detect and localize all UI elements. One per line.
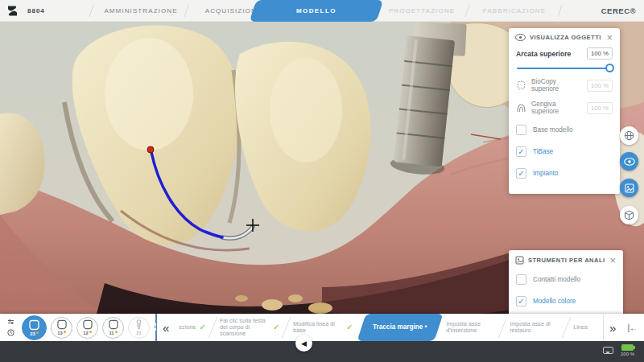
step-label: ezione — [179, 324, 196, 331]
gengiva-row: Gengiva superiore 100 % — [509, 97, 620, 119]
tab-progettazione[interactable]: PROGETTAZIONE — [382, 0, 462, 22]
tooth-button-21[interactable]: 21 — [128, 317, 150, 339]
steps-scroll-left-button[interactable]: « — [157, 321, 174, 335]
history-clock-icon[interactable] — [7, 329, 14, 336]
tooth-number: 12 — [83, 331, 88, 335]
back-arrow-icon: ◀ — [301, 339, 307, 348]
close-icon[interactable]: × — [605, 34, 613, 41]
tooth-number: 21 — [136, 331, 141, 335]
checkbox-checked[interactable]: ✓ — [516, 168, 526, 179]
step-label: Imposta asse d'inserzione — [446, 321, 496, 334]
chevron-right-icon: › — [154, 323, 156, 331]
tooth-spot — [288, 294, 303, 302]
status-dot — [89, 331, 92, 333]
close-icon[interactable]: × — [609, 257, 617, 264]
biocopy-label: BioCopy superiore — [531, 78, 582, 93]
options-list-icon[interactable] — [7, 319, 14, 327]
checkbox-tibase[interactable]: ✓ TiBase — [509, 141, 620, 162]
slider-knob[interactable] — [605, 64, 614, 72]
checkbox-label: TiBase — [533, 148, 553, 155]
biocopy-value: 100 % — [587, 80, 613, 92]
patient-id: 8804 — [27, 7, 45, 14]
dentsply-sirona-logo — [6, 5, 19, 17]
app-window: 8804 AMMINISTRAZIONE ACQUISIZIONE MODELL… — [0, 0, 644, 362]
image-icon — [625, 183, 634, 193]
arcata-superiore-label: Arcata superiore — [516, 50, 571, 58]
tooth-button-23[interactable]: 23 — [22, 315, 47, 340]
checkbox-checked[interactable]: ✓ — [516, 146, 526, 157]
gengiva-icon — [516, 103, 526, 113]
visualizza-oggetti-panel: VISUALIZZA OGGETTI × Arcata superiore 10… — [509, 28, 620, 194]
checkbox[interactable] — [516, 274, 526, 285]
tab-separator — [558, 5, 563, 17]
tooth-highlight — [105, 38, 193, 150]
checkbox-impianto[interactable]: ✓ Impianto — [509, 162, 620, 184]
gengiva-value: 100 % — [587, 102, 613, 114]
step-imposta-asse-restauro[interactable]: Imposta asse di restauro — [505, 321, 564, 334]
step-label: Traccia margine • — [373, 324, 427, 331]
phase-divider: › — [155, 314, 157, 341]
analysis-tools-button[interactable] — [620, 179, 638, 197]
battery-label: 100 % — [621, 352, 634, 356]
tooth-button-13[interactable]: 13 — [51, 317, 72, 339]
tooth-spot — [235, 295, 248, 302]
steps-scroll-right-button[interactable]: » — [604, 321, 621, 335]
bottom-step-bar: 23 13 12 11 21 › — [0, 314, 644, 341]
feedback-chat-icon[interactable] — [603, 347, 613, 354]
model-view-button[interactable] — [620, 206, 638, 224]
tab-fabbricazione[interactable]: FABBRICAZIONE — [474, 0, 555, 22]
margin-start-point[interactable] — [147, 146, 154, 153]
tooth-button-12[interactable]: 12 — [76, 317, 98, 339]
tooth-spot — [308, 302, 332, 314]
checkbox-checked[interactable]: ✓ — [516, 296, 526, 306]
check-icon: ✓ — [273, 324, 279, 331]
display-objects-button[interactable] — [620, 152, 638, 171]
status-dot — [36, 331, 39, 334]
sphere-icon — [624, 130, 634, 141]
step-testa-corpo-scansione[interactable]: Fai clic sulla testa del corpo di scansi… — [215, 318, 284, 337]
crown-icon — [57, 319, 67, 330]
case-tools — [0, 319, 18, 336]
checkbox-contatti-modello[interactable]: Contatti modello — [509, 269, 623, 290]
checkbox[interactable] — [516, 125, 526, 135]
tooth-button-11[interactable]: 11 — [102, 317, 124, 339]
step-label: Imposta asse di restauro — [510, 321, 559, 334]
checkbox-base-modello[interactable]: Base modello — [509, 119, 620, 141]
tooth-number: 13 — [57, 331, 62, 335]
top-phase-bar: 8804 AMMINISTRAZIONE ACQUISIZIONE MODELL… — [0, 0, 644, 22]
skip-to-end-button[interactable]: |← — [621, 323, 644, 332]
status-bar: ◀ 100 % — [0, 341, 644, 362]
cube-icon — [624, 210, 634, 220]
biocopy-row: BioCopy superiore 100 % — [509, 74, 620, 97]
tab-separator — [465, 5, 470, 17]
crown-icon — [83, 319, 93, 330]
checkbox-modello-colore[interactable]: ✓ Modello colore — [509, 290, 623, 312]
step-modifica-linea-base[interactable]: Modifica linea di base ✓ — [288, 321, 357, 334]
crown-icon — [109, 319, 118, 330]
step-traccia-margine[interactable]: Traccia margine • — [357, 314, 443, 341]
arcata-superiore-value[interactable]: 100 % — [587, 47, 613, 60]
step-selezione[interactable]: ezione ✓ — [174, 324, 211, 331]
implant-icon — [134, 319, 143, 330]
step-linea[interactable]: Linea — [568, 324, 592, 331]
back-navigation-button[interactable]: ◀ — [295, 335, 312, 352]
step-imposta-asse-inserzione[interactable]: Imposta asse d'inserzione — [441, 321, 501, 334]
panel-title: VISUALIZZA OGGETTI — [530, 34, 601, 41]
view-options-button[interactable] — [620, 126, 638, 145]
steps-nav-end: » |← — [603, 314, 644, 341]
status-dot — [115, 331, 118, 333]
checkbox-label: Modello colore — [533, 298, 576, 305]
step-label: Linea — [573, 324, 588, 331]
status-dot — [64, 331, 66, 333]
checkbox-label: Contatti modello — [533, 276, 580, 283]
tab-amministrazione[interactable]: AMMINISTRAZIONE — [97, 0, 185, 22]
strumenti-analisi-panel: STRUMENTI PER ANALISI IN C × Contatti mo… — [509, 250, 623, 322]
check-icon: ✓ — [346, 324, 353, 331]
battery-icon — [621, 344, 634, 351]
brand-logo: CEREC® — [601, 6, 636, 15]
tooth-highlight — [270, 58, 342, 162]
tab-modello[interactable]: MODELLO — [250, 0, 384, 22]
opacity-slider[interactable] — [517, 68, 612, 69]
step-label: Fai clic sulla testa del corpo di scansi… — [220, 318, 270, 337]
tooth-number: 11 — [109, 331, 114, 335]
